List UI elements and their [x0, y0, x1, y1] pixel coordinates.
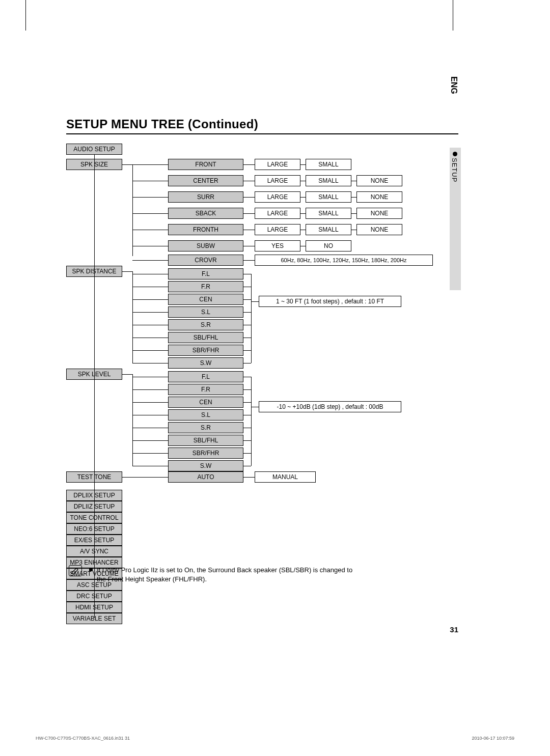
option: LARGE [255, 191, 300, 203]
tree-line [243, 274, 251, 274]
tree-line [132, 274, 168, 274]
spk-lvl-item: CEN [168, 397, 243, 408]
menu-tree-diagram: AUDIO SETUP SPK SIZE SPK DISTANCE SPK LE… [66, 144, 458, 617]
spk-lvl-item: S.W [168, 460, 243, 471]
tree-line [243, 213, 255, 214]
tree-line [132, 428, 168, 428]
spk-dist-item: F.L [168, 268, 243, 279]
spk-dist-item: CEN [168, 294, 243, 305]
tree-line [132, 453, 168, 454]
spk-dist-item: S.R [168, 319, 243, 330]
tree-line [132, 164, 133, 256]
tree-line [251, 407, 259, 407]
tree-line [132, 213, 168, 214]
tree-line [132, 287, 168, 287]
test-tone-opt: AUTO [168, 471, 243, 483]
tree-line [243, 350, 251, 351]
tree-line [132, 246, 168, 246]
tree-line [300, 164, 306, 165]
tree-line [132, 466, 168, 466]
tree-line [251, 301, 259, 302]
tree-line [351, 230, 356, 230]
tree-line [132, 402, 168, 403]
footer-timestamp: 2010-06-17 10:07:59 [472, 736, 514, 741]
spk-lvl-value: -10 ~ +10dB (1dB step) , default : 00dB [259, 401, 401, 412]
tree-line [132, 389, 168, 390]
tree-line [243, 325, 251, 325]
tree-line [243, 287, 251, 287]
tree-line [132, 338, 168, 338]
tree-line [132, 377, 168, 377]
tree-line [351, 197, 356, 198]
tree-line [132, 350, 168, 351]
spk-dist-item: SBL/FHL [168, 332, 243, 343]
tree-line [132, 363, 168, 363]
note-bullet-icon [89, 568, 93, 571]
option: SMALL [306, 159, 351, 170]
tree-line [132, 415, 168, 415]
tree-line [251, 274, 252, 363]
tree-line [243, 338, 251, 338]
option: SMALL [306, 224, 351, 235]
tree-line [132, 374, 133, 466]
tree-line [243, 164, 255, 165]
spk-dist-value: 1 ~ 30 FT (1 foot steps) , default : 10 … [259, 296, 401, 307]
test-tone-opt: MANUAL [255, 471, 316, 483]
tree-line [132, 299, 168, 300]
spk-lvl-item: SBL/FHL [168, 435, 243, 446]
tree-line [243, 477, 255, 478]
option: YES [255, 240, 300, 251]
tree-line [132, 260, 168, 261]
spk-size-item: FRONT [168, 159, 243, 170]
tree-line [251, 377, 252, 466]
spk-dist-item: SBR/FHR [168, 345, 243, 356]
spk-dist-item: S.L [168, 306, 243, 318]
tree-line [243, 260, 255, 261]
tree-line [132, 164, 168, 165]
footer-filename: HW-C700-C770S-C770BS-XAC_0616.in31 31 [36, 736, 130, 741]
tree-line [243, 181, 255, 181]
crop-mark [25, 0, 26, 31]
tree-line [132, 230, 168, 230]
tree-line [122, 477, 168, 478]
option: LARGE [255, 159, 300, 170]
option: SMALL [306, 175, 351, 186]
option: NONE [356, 224, 402, 235]
tree-line [243, 466, 251, 466]
tree-line [300, 230, 306, 230]
page-number: 31 [450, 625, 458, 634]
tree-line [243, 299, 251, 300]
tree-line [122, 271, 132, 272]
option-text: 60Hz, 80Hz, 100Hz, 120Hz, 150Hz, 180Hz, … [255, 255, 433, 266]
option: LARGE [255, 208, 300, 219]
tree-line [132, 325, 168, 325]
tree-line [132, 271, 133, 363]
tree-line [243, 389, 251, 390]
option: NONE [356, 191, 402, 203]
spk-size-item: SUBW [168, 240, 243, 251]
tree-line [122, 164, 132, 165]
tree-line [94, 155, 95, 618]
tree-line [122, 374, 132, 375]
spk-lvl-item: SBR/FHR [168, 447, 243, 459]
crop-mark [453, 0, 453, 31]
tree-line [132, 312, 168, 313]
tree-line [243, 453, 251, 454]
spk-size-item: FRONTH [168, 224, 243, 235]
tree-line [300, 213, 306, 214]
tree-line [243, 428, 251, 428]
tree-line [243, 402, 251, 403]
spk-size-item: SBACK [168, 208, 243, 219]
spk-size-item: CROVR [168, 255, 243, 266]
tree-line [300, 181, 306, 181]
option: NONE [356, 208, 402, 219]
spk-dist-item: F.R [168, 281, 243, 292]
tree-line [300, 197, 306, 198]
tree-line [243, 312, 251, 313]
tree-line [243, 246, 255, 246]
spk-size-item: CENTER [168, 175, 243, 186]
tree-line [300, 246, 306, 246]
option: LARGE [255, 224, 300, 235]
tree-line [132, 440, 168, 441]
tree-line [243, 230, 255, 230]
